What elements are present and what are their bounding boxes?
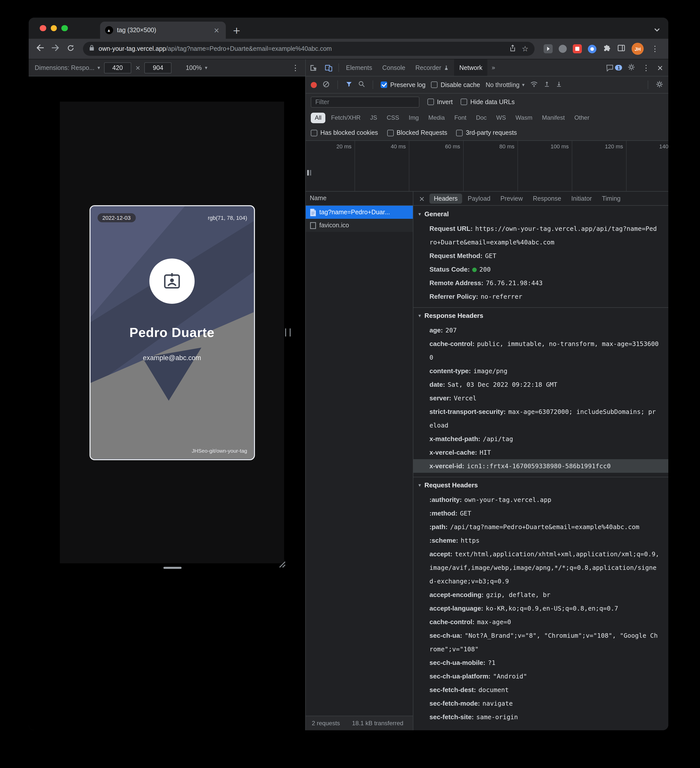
section-header[interactable]: ▾General: [413, 206, 668, 222]
device-height-input[interactable]: [145, 62, 172, 73]
header-row[interactable]: sec-fetch-mode:navigate: [413, 697, 668, 710]
zoom-window-button[interactable]: [61, 25, 68, 31]
share-icon[interactable]: [509, 44, 516, 54]
devtools-tab-recorder[interactable]: Recorder: [410, 59, 454, 76]
side-panel-icon[interactable]: [617, 43, 626, 54]
network-conditions-icon[interactable]: [530, 80, 538, 89]
devtools-menu-icon[interactable]: ⋮: [641, 63, 652, 72]
header-row[interactable]: content-type:image/png: [413, 364, 668, 378]
chevron-down-icon[interactable]: [654, 25, 660, 34]
close-details-icon[interactable]: ×: [416, 194, 428, 202]
devtools-tab-console[interactable]: Console: [377, 59, 410, 76]
inspect-icon[interactable]: [306, 64, 321, 72]
header-row[interactable]: sec-fetch-site:same-origin: [413, 710, 668, 724]
tab-close-icon[interactable]: ×: [213, 26, 221, 34]
url-bar[interactable]: own-your-tag.vercel.app/api/tag?name=Ped…: [83, 42, 535, 56]
header-row[interactable]: sec-ch-ua-mobile:?1: [413, 656, 668, 669]
device-toolbar-icon[interactable]: [321, 64, 336, 72]
header-row[interactable]: Request URL:https://own-your-tag.vercel.…: [413, 222, 668, 249]
hide-data-urls-checkbox[interactable]: [461, 99, 467, 105]
extension-blue-icon[interactable]: [588, 45, 596, 53]
bookmark-star-icon[interactable]: ☆: [522, 44, 529, 53]
header-row[interactable]: sec-fetch-dest:document: [413, 683, 668, 697]
header-row[interactable]: accept-language:ko-KR,ko;q=0.9,en-US;q=0…: [413, 602, 668, 615]
viewport-corner-resize-handle[interactable]: [278, 560, 286, 570]
header-row[interactable]: :path:/api/tag?name=Pedro+Duarte&email=e…: [413, 520, 668, 534]
details-tab-payload[interactable]: Payload: [463, 194, 495, 203]
filter-chip-manifest[interactable]: Manifest: [538, 112, 569, 123]
header-row[interactable]: sec-ch-ua:"Not?A_Brand";v="8", "Chromium…: [413, 629, 668, 656]
extension-red-icon[interactable]: [573, 44, 582, 53]
filter-chip-doc[interactable]: Doc: [472, 112, 491, 123]
header-row[interactable]: sec-ch-ua-platform:"Android": [413, 669, 668, 683]
filter-chip-all[interactable]: All: [311, 112, 326, 123]
header-row[interactable]: age:207: [413, 323, 668, 337]
header-row[interactable]: :scheme:https: [413, 534, 668, 547]
request-row[interactable]: tag?name=Pedro+Duar...: [306, 206, 413, 219]
disable-cache-toggle[interactable]: Disable cache: [431, 81, 480, 88]
issues-bubble-icon[interactable]: 1: [606, 64, 622, 71]
details-tab-headers[interactable]: Headers: [429, 194, 462, 203]
devtools-tab-elements[interactable]: Elements: [341, 59, 377, 76]
viewport-height-resize-handle[interactable]: [163, 567, 182, 569]
blocked-requests-checkbox[interactable]: [387, 130, 393, 136]
kebab-menu-icon[interactable]: ⋮: [650, 44, 660, 53]
header-row[interactable]: Request Method:GET: [413, 249, 668, 262]
request-row[interactable]: favicon.ico: [306, 219, 413, 232]
request-filter-3rd-party-requests[interactable]: 3rd-party requests: [456, 129, 517, 136]
profile-avatar[interactable]: JH: [631, 43, 644, 55]
filter-funnel-icon[interactable]: [345, 81, 353, 89]
disable-cache-checkbox[interactable]: [431, 82, 438, 88]
forward-icon[interactable]: [49, 44, 62, 53]
preserve-log-checkbox[interactable]: [381, 82, 387, 88]
header-row[interactable]: server:Vercel: [413, 391, 668, 405]
filter-chip-css[interactable]: CSS: [383, 112, 403, 123]
details-tab-response[interactable]: Response: [528, 194, 566, 203]
back-icon[interactable]: [34, 44, 47, 53]
zoom-select[interactable]: 100% ▾: [186, 64, 208, 71]
header-row[interactable]: :method:GET: [413, 506, 668, 520]
devtools-tab-network[interactable]: Network: [454, 59, 487, 76]
header-row[interactable]: x-vercel-id:icn1::frtx4-1670059338980-58…: [413, 459, 668, 473]
preserve-log-toggle[interactable]: Preserve log: [381, 81, 425, 88]
request-filter-blocked-requests[interactable]: Blocked Requests: [387, 129, 447, 136]
record-icon[interactable]: [311, 82, 317, 88]
header-row[interactable]: Referrer Policy:no-referrer: [413, 290, 668, 303]
header-row[interactable]: accept-encoding:gzip, deflate, br: [413, 588, 668, 602]
new-tab-icon[interactable]: +: [233, 25, 241, 36]
network-settings-gear-icon[interactable]: [656, 80, 663, 89]
request-filter-has-blocked-cookies[interactable]: Has blocked cookies: [311, 129, 378, 136]
details-tab-timing[interactable]: Timing: [598, 194, 625, 203]
device-toolbar-menu-icon[interactable]: ⋮: [292, 63, 299, 72]
header-row[interactable]: strict-transport-security:max-age=630720…: [413, 405, 668, 432]
filter-chip-media[interactable]: Media: [424, 112, 449, 123]
invert-checkbox[interactable]: [427, 99, 434, 105]
filter-input[interactable]: [311, 96, 419, 107]
extension-icon[interactable]: [559, 45, 567, 53]
header-row[interactable]: x-matched-path:/api/tag: [413, 432, 668, 446]
clear-icon[interactable]: [322, 80, 330, 89]
filter-chip-wasm[interactable]: Wasm: [511, 112, 536, 123]
device-width-input[interactable]: [104, 62, 131, 73]
header-row[interactable]: date:Sat, 03 Dec 2022 09:22:18 GMT: [413, 378, 668, 391]
header-row[interactable]: Remote Address:76.76.21.98:443: [413, 276, 668, 290]
3rd-party-requests-checkbox[interactable]: [456, 130, 463, 136]
hide-data-urls-toggle[interactable]: Hide data URLs: [461, 98, 515, 106]
minimize-window-button[interactable]: [51, 25, 57, 31]
header-row[interactable]: accept:text/html,application/xhtml+xml,a…: [413, 547, 668, 588]
browser-tab[interactable]: ▲ tag (320×500) ×: [100, 22, 225, 39]
puzzle-icon[interactable]: [603, 43, 611, 54]
header-row[interactable]: cache-control:max-age=0: [413, 615, 668, 629]
search-icon[interactable]: [358, 80, 365, 89]
close-window-button[interactable]: [40, 25, 46, 31]
throttling-select[interactable]: No throttling ▾: [486, 81, 524, 88]
network-timeline-overview[interactable]: 20 ms40 ms60 ms80 ms100 ms120 ms140 ms: [306, 141, 668, 192]
section-header[interactable]: ▾Request Headers: [413, 477, 668, 493]
device-viewport[interactable]: 2022-12-03 rgb(71, 78, 104) Pedr: [60, 102, 284, 563]
extension-pointer-icon[interactable]: [543, 44, 553, 53]
dimensions-select[interactable]: Dimensions: Respo... ▾: [35, 64, 100, 71]
viewport-width-resize-handle[interactable]: [285, 328, 291, 336]
filter-chip-js[interactable]: JS: [366, 112, 381, 123]
header-row[interactable]: cache-control:public, immutable, no-tran…: [413, 337, 668, 364]
reload-icon[interactable]: [64, 44, 77, 54]
